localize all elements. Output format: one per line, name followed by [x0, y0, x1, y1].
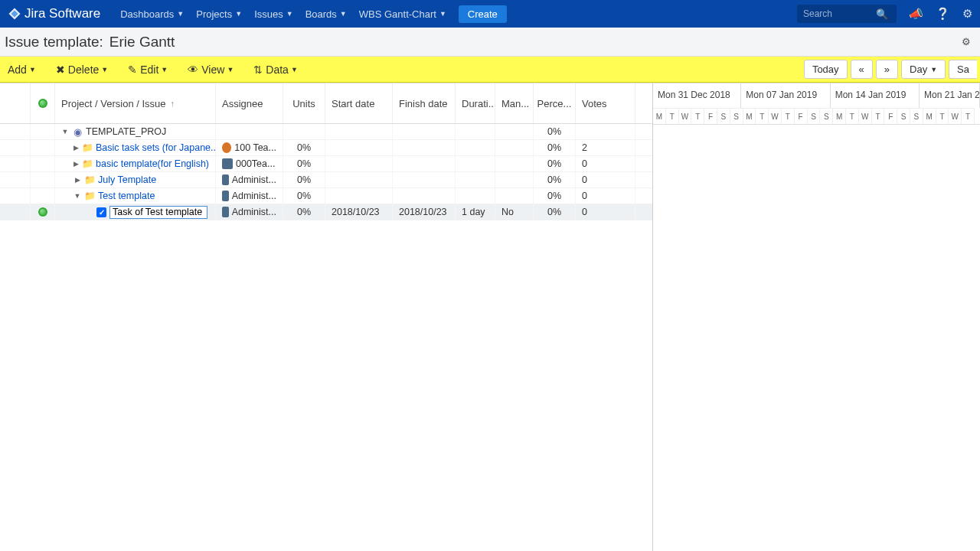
collapse-icon[interactable]: ▼ [61, 128, 69, 135]
timeline-day: S [820, 108, 833, 124]
timeline-day: T [756, 108, 769, 124]
delete-button[interactable]: ✖Delete▼ [51, 57, 113, 83]
cell [495, 124, 534, 139]
action-toolbar: Add▼ ✖Delete▼ ✎Edit▼ 👁View▼ ⇅Data▼ Today… [0, 57, 980, 83]
row-label[interactable]: Basic task sets (for Japane... [96, 142, 216, 153]
col-start[interactable]: Start date [325, 83, 393, 123]
col-marker [0, 83, 31, 123]
search-input[interactable] [803, 8, 876, 19]
cell [325, 172, 393, 187]
edit-button[interactable]: ✎Edit▼ [123, 57, 172, 83]
col-duration[interactable]: Durati... [456, 83, 495, 123]
timeline-body[interactable] [653, 125, 980, 551]
today-button[interactable]: Today [804, 60, 848, 79]
timeline-week: Mon 07 Jan 2019 [741, 83, 830, 108]
megaphone-icon[interactable]: 📣 [909, 7, 923, 21]
timeline-week: Mon 31 Dec 2018 [653, 83, 741, 108]
cell [393, 124, 456, 139]
data-button[interactable]: ⇅Data▼ [249, 57, 302, 83]
expand-icon[interactable]: ▶ [74, 144, 79, 152]
table-row[interactable]: ▼◉TEMPLATE_PROJ0% [0, 124, 652, 140]
jira-logo[interactable]: Jira Software [8, 6, 100, 21]
gear-icon[interactable]: ⚙ [962, 7, 972, 21]
timeline-day: T [872, 108, 885, 124]
timeline-day: W [859, 108, 872, 124]
timeline-day: T [936, 108, 949, 124]
nav-wbs-gantt[interactable]: WBS Gantt-Chart▼ [353, 0, 452, 28]
cell [456, 156, 495, 171]
timeline-day: F [704, 108, 717, 124]
col-votes[interactable]: Votes [576, 83, 635, 123]
collapse-icon[interactable]: ▼ [74, 192, 81, 200]
folder-icon: 📁 [82, 142, 93, 153]
nav-dashboards[interactable]: Dashboards▼ [114, 0, 190, 28]
table-row[interactable]: ▼📁Test templateAdminist...0%0%0 [0, 188, 652, 204]
table-row[interactable]: ▶📁July TemplateAdminist...0%0%0 [0, 172, 652, 188]
table-row[interactable]: ▶📁basic template(for English)000Tea...0%… [0, 156, 652, 172]
prev-button[interactable]: « [851, 60, 873, 79]
col-info[interactable] [31, 83, 55, 123]
cell: 1 day [456, 204, 495, 220]
cell [495, 156, 534, 171]
cell [325, 124, 393, 139]
col-units[interactable]: Units [283, 83, 325, 123]
folder-icon: 📁 [84, 174, 95, 185]
cell: 0 [576, 156, 635, 171]
grid-header: Project / Version / Issue↑ Assignee Unit… [0, 83, 652, 124]
timeline-day: T [666, 108, 679, 124]
row-label[interactable]: July Template [98, 174, 156, 185]
search-icon: 🔍 [876, 8, 888, 20]
avatar [222, 174, 229, 185]
cell: 0% [534, 140, 576, 155]
table-row[interactable]: Administ...0%2018/10/232018/10/231 dayNo… [0, 204, 652, 220]
col-finish[interactable]: Finish date [393, 83, 456, 123]
timeline-pane[interactable]: Mon 31 Dec 2018Mon 07 Jan 2019Mon 14 Jan… [653, 83, 980, 551]
cell: 0 [576, 204, 635, 220]
task-name-input[interactable] [109, 206, 207, 219]
avatar [222, 191, 229, 201]
top-nav: Jira Software Dashboards▼ Projects▼ Issu… [0, 0, 980, 28]
cell [393, 172, 456, 187]
nav-boards[interactable]: Boards▼ [299, 0, 353, 28]
nav-issues[interactable]: Issues▼ [248, 0, 299, 28]
assignee-text: 100 Tea... [234, 142, 276, 153]
col-name[interactable]: Project / Version / Issue↑ [55, 83, 216, 123]
create-button[interactable]: Create [459, 5, 507, 23]
expand-icon[interactable]: ▶ [74, 176, 81, 184]
scale-button[interactable]: Day▼ [901, 60, 946, 79]
cell [456, 172, 495, 187]
cell [283, 124, 325, 139]
cell: 0 [576, 172, 635, 187]
col-percent[interactable]: Perce... [534, 83, 576, 123]
save-button[interactable]: Sa [949, 60, 977, 79]
expand-icon[interactable]: ▶ [74, 160, 79, 168]
grid-body: ▼◉TEMPLATE_PROJ0%▶📁Basic task sets (for … [0, 124, 652, 551]
timeline-day: M [833, 108, 846, 124]
row-label[interactable]: basic template(for English) [96, 158, 209, 169]
col-assignee[interactable]: Assignee [216, 83, 283, 123]
timeline-day: T [962, 108, 975, 124]
view-button[interactable]: 👁View▼ [183, 57, 238, 83]
delete-icon: ✖ [56, 64, 65, 76]
settings-icon[interactable]: ⚙ [962, 36, 971, 47]
row-label: TEMPLATE_PROJ [86, 126, 166, 137]
cell [495, 172, 534, 187]
folder-icon: 📁 [82, 158, 93, 169]
next-button[interactable]: » [876, 60, 898, 79]
cell [456, 140, 495, 155]
add-button[interactable]: Add▼ [3, 57, 41, 83]
chevron-right-icon: » [884, 64, 890, 75]
cell [393, 156, 456, 171]
cell [393, 140, 456, 155]
row-label[interactable]: Test template [98, 191, 155, 201]
help-icon[interactable]: ❔ [936, 7, 950, 21]
jira-icon [8, 7, 21, 21]
nav-projects[interactable]: Projects▼ [190, 0, 248, 28]
col-man[interactable]: Man... [495, 83, 534, 123]
cell [456, 188, 495, 204]
search-box[interactable]: 🔍 [797, 5, 897, 23]
cell: 2018/10/23 [325, 204, 393, 220]
table-row[interactable]: ▶📁Basic task sets (for Japane...100 Tea.… [0, 140, 652, 156]
timeline-week: Mon 14 Jan 2019 [831, 83, 920, 108]
cell: 0% [283, 140, 325, 155]
